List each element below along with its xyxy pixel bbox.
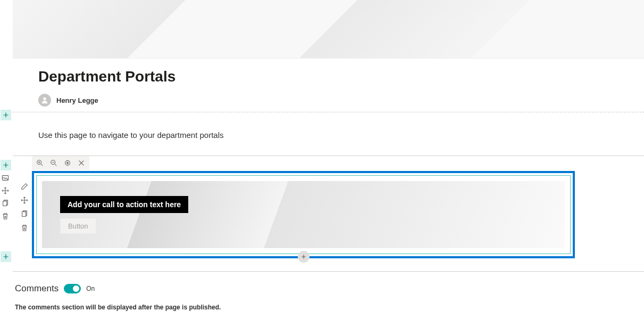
comments-note: The comments section will be displayed a… (15, 304, 642, 311)
intro-text[interactable]: Use this page to navigate to your depart… (13, 112, 644, 156)
comments-toggle[interactable] (64, 284, 81, 293)
cta-headline-input[interactable]: Add your call to action text here (60, 196, 188, 213)
section-background-icon[interactable] (0, 173, 11, 183)
comments-heading: Comments (15, 283, 58, 294)
add-section-button-mid[interactable] (1, 160, 11, 170)
add-section-button-bottom[interactable] (1, 251, 11, 262)
image-toolbar (32, 156, 89, 170)
author-name[interactable]: Henry Legge (56, 96, 98, 104)
svg-point-7 (67, 162, 69, 164)
section-duplicate-icon[interactable] (0, 198, 11, 209)
webpart-move-icon[interactable] (19, 195, 30, 206)
zoom-out-icon[interactable] (49, 158, 58, 168)
add-section-button-top[interactable] (1, 110, 11, 120)
svg-rect-2 (22, 212, 26, 217)
cta-background-image: Add your call to action text here Button (42, 181, 565, 248)
webpart-duplicate-icon[interactable] (19, 209, 30, 219)
cta-button[interactable]: Button (60, 218, 96, 234)
svg-point-3 (43, 97, 46, 100)
focal-point-icon[interactable] (63, 158, 72, 168)
section-move-icon[interactable] (0, 185, 11, 196)
add-webpart-below-button[interactable] (298, 251, 310, 263)
call-to-action-webpart[interactable]: Add your call to action text here Button (32, 171, 575, 258)
svg-rect-1 (3, 201, 7, 206)
comments-toggle-state: On (86, 285, 95, 292)
webpart-edit-icon[interactable] (19, 181, 30, 192)
section-delete-icon[interactable] (0, 211, 11, 222)
page-title[interactable]: Department Portals (38, 68, 618, 85)
webpart-delete-icon[interactable] (19, 223, 30, 233)
remove-image-icon[interactable] (77, 158, 86, 168)
zoom-in-icon[interactable] (35, 158, 45, 168)
page-header-banner (13, 0, 644, 59)
author-avatar (38, 94, 51, 107)
